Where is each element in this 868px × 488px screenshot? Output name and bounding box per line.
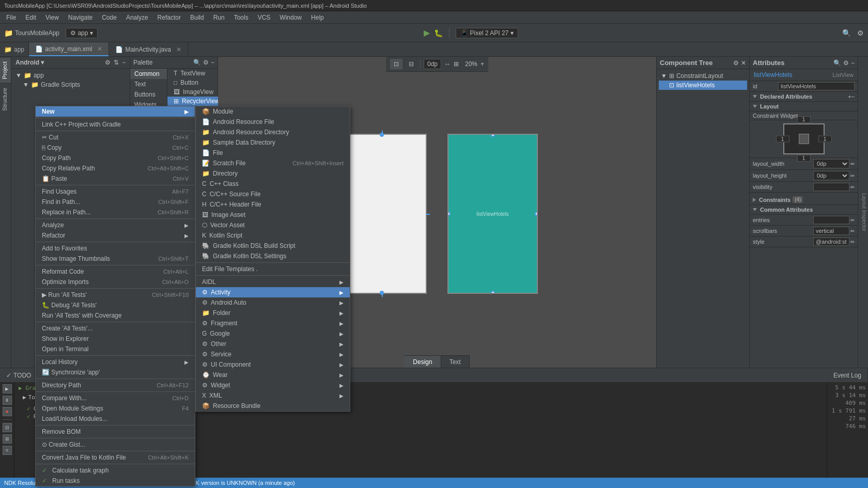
cm-open-terminal[interactable]: Open in Terminal [36,344,195,354]
layout-section-header[interactable]: Layout [750,102,858,112]
cm-run-tests[interactable]: ▶ Run 'All Tests' Ctrl+Shift+F10 [36,290,195,300]
declared-minus-icon[interactable]: − [851,93,855,100]
sub-google[interactable]: G Google ▶ [196,328,350,339]
layout-inspector-tab[interactable]: Layout Inspector [860,190,868,234]
layout-width-select[interactable]: 0dp match_parent wrap_content [813,159,849,168]
menu-window[interactable]: Window [275,13,306,22]
sub-fragment[interactable]: ⚙ Fragment ▶ [196,318,350,328]
sub-cpp-class[interactable]: C C++ Class [196,179,350,189]
constraints-section-header[interactable]: Constraints (4) [750,195,858,205]
layout-height-edit[interactable]: ✏ [850,173,855,179]
comp-tree-gear-icon[interactable]: ⚙ [733,59,739,67]
build-stop-btn[interactable]: ■ [3,407,12,416]
build-pause-btn[interactable]: ⏸ [3,396,12,405]
visibility-edit1[interactable]: ✏ [850,184,855,190]
zoom-in[interactable]: + [481,60,484,68]
build-restart-btn[interactable]: ▶ [3,384,12,393]
device-selector[interactable]: 📱 Pixel 2 API 27 ▾ [456,28,518,38]
gradle-node[interactable]: Gradle Scripts [41,81,80,88]
menu-edit[interactable]: Edit [21,13,40,22]
menu-analyze[interactable]: Analyze [122,13,152,22]
tab-mainactivity[interactable]: 📄 MainActivity.java ✕ [109,42,188,56]
palette-item-recyclerview[interactable]: ⊞ RecyclerView [167,97,225,106]
palette-minus-icon[interactable]: − [211,59,214,66]
cm-convert-kotlin[interactable]: Convert Java File to Kotlin File Ctrl+Al… [36,452,195,463]
canvas-text-tab[interactable]: Text [441,356,470,368]
palette-item-textview[interactable]: T TextView [167,69,225,78]
canvas-design-tab[interactable]: Design [405,356,441,368]
sub-gradle-kts-settings[interactable]: 🐘 Gradle Kotlin DSL Settings [196,251,350,261]
build-filter-btn[interactable]: ⊟ [3,423,12,432]
search-everywhere-icon[interactable]: 🔍 [842,29,851,37]
cm-show-explorer[interactable]: Show in Explorer [36,334,195,344]
sub-image-asset[interactable]: 🖼 Image Asset [196,210,350,220]
sub-android-res-file[interactable]: 📄 Android Resource File [196,117,350,127]
cm-copy-path[interactable]: Copy Path Ctrl+Shift+C [36,153,195,163]
cm-refactor[interactable]: Refactor ▶ [36,230,195,241]
sub-module[interactable]: 📦 Module [196,106,350,117]
style-edit[interactable]: ✏ [850,239,855,245]
sub-vector-asset[interactable]: ⬡ Vector Asset [196,220,350,230]
cm-copy[interactable]: ⎘ Copy Ctrl+C [36,143,195,153]
cm-reformat[interactable]: Reformat Code Ctrl+Alt+L [36,266,195,277]
sub-wear[interactable]: ⌚ Wear ▶ [196,370,350,380]
sub-folder[interactable]: 📁 Folder ▶ [196,308,350,318]
palette-cat-common[interactable]: Common [130,69,167,79]
sub-service[interactable]: ⚙ Service ▶ [196,349,350,359]
cm-cut[interactable]: ✂ Cut Ctrl+X [36,132,195,143]
cm-create-tests[interactable]: Create 'All Tests'... [36,323,195,334]
style-input[interactable] [813,238,849,246]
run-button[interactable]: ▶ [424,28,430,38]
project-tab[interactable]: Project [0,57,11,83]
palette-cat-buttons[interactable]: Buttons [130,89,167,100]
cm-debug-tests[interactable]: 🐛 Debug 'All Tests' [36,300,195,310]
build-wrap-btn[interactable]: ≡ [3,446,12,455]
menu-view[interactable]: View [41,13,63,22]
menu-tools[interactable]: Tools [230,13,253,22]
sub-gradle-kts-build[interactable]: 🐘 Gradle Kotlin DSL Build Script [196,241,350,251]
sub-sample-data[interactable]: 📁 Sample Data Directory [196,137,350,148]
sub-kotlin-script[interactable]: K Kotlin Script [196,230,350,241]
cm-create-gist[interactable]: ⊙ Create Gist... [36,439,195,450]
sub-edit-templates[interactable]: Edit File Templates . [196,264,350,274]
constraint-layout-node[interactable]: ▼ ⊞ ConstraintLayout [659,71,747,81]
cm-new[interactable]: New ▶ [36,106,195,117]
orient-icon[interactable]: ↔ [444,60,451,68]
common-attributes-header[interactable]: Common Attributes [750,205,858,215]
cm-find-usages[interactable]: Find Usages Alt+F7 [36,186,195,197]
blueprint-icon[interactable]: ⊟ [406,59,417,69]
cm-sync-app[interactable]: 🔄 Synchronize 'app' [36,367,195,377]
project-gear-icon[interactable]: ⚙ [105,59,111,66]
menu-help[interactable]: Help [307,13,328,22]
build-expand-btn[interactable]: ⊞ [3,434,12,444]
sub-aidl[interactable]: AIDL ▶ [196,277,350,287]
scrollbars-edit[interactable]: ✏ [850,228,855,234]
menu-run[interactable]: Run [209,13,229,22]
sub-scratch-file[interactable]: 📝 Scratch File Ctrl+Alt+Shift+Insert [196,158,350,168]
menu-navigate[interactable]: Navigate [64,13,97,22]
entries-edit[interactable]: ✏ [850,217,855,223]
palette-search-icon[interactable]: 🔍 [193,59,201,66]
cm-run-tasks[interactable]: Run tasks [36,476,195,486]
cm-find-path[interactable]: Find in Path... Ctrl+Shift+F [36,197,195,207]
menu-refactor[interactable]: Refactor [153,13,185,22]
id-input[interactable] [778,82,855,90]
cm-remove-bom[interactable]: Remove BOM [36,427,195,437]
constraint-icon[interactable]: ⊞ [454,60,459,68]
attr-gear-icon[interactable]: ⚙ [843,59,849,67]
attr-minus-icon[interactable]: − [851,59,855,67]
cm-calc-task-graph[interactable]: Calculate task graph [36,465,195,476]
declared-attributes-header[interactable]: Declared Attributes + − [750,92,858,102]
sub-resource-bundle[interactable]: 📦 Resource Bundle [196,401,350,411]
cm-paste[interactable]: 📋 Paste Ctrl+V [36,174,195,184]
app-node[interactable]: app [34,72,44,79]
listviewhotels-node[interactable]: ⊡ listViewHotels [659,81,747,90]
menu-code[interactable]: Code [98,13,121,22]
cm-load-modules[interactable]: Load/Unload Modules... [36,414,195,424]
sub-file[interactable]: 📄 File [196,148,350,158]
entries-input[interactable] [813,216,849,224]
project-collapse-icon[interactable]: − [122,59,126,66]
settings-icon[interactable]: ⚙ [857,29,864,37]
sub-ui-component[interactable]: ⚙ UI Component ▶ [196,359,350,370]
cm-optimize-imports[interactable]: Optimize Imports Ctrl+Alt+O [36,277,195,287]
